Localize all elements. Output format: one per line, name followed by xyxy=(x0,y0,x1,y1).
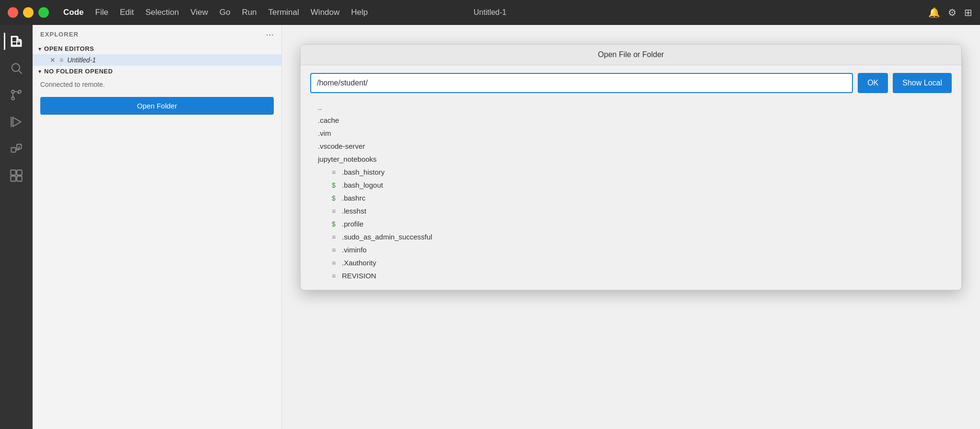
sidebar-more-button[interactable]: ··· xyxy=(266,29,274,40)
menu-window[interactable]: Window xyxy=(306,6,344,19)
svg-rect-13 xyxy=(11,170,15,175)
file-text-icon: ≡ xyxy=(329,259,338,267)
list-item[interactable]: .. xyxy=(310,101,952,114)
svg-rect-0 xyxy=(12,37,17,46)
activity-extensions[interactable] xyxy=(4,163,29,188)
activity-run[interactable] xyxy=(4,109,29,134)
close-button[interactable] xyxy=(8,7,18,18)
shell-icon: $ xyxy=(329,194,338,202)
svg-rect-9 xyxy=(12,148,16,152)
svg-marker-7 xyxy=(13,118,21,127)
list-item[interactable]: ≡ .sudo_as_admin_successful xyxy=(310,230,952,243)
activity-remote[interactable] xyxy=(4,136,29,161)
svg-rect-15 xyxy=(11,176,15,181)
ok-button[interactable]: OK xyxy=(858,73,888,93)
file-path-input[interactable] xyxy=(310,73,853,93)
list-item[interactable]: jupyter_notebooks xyxy=(310,153,952,166)
menu-edit[interactable]: Edit xyxy=(115,6,139,19)
svg-line-3 xyxy=(19,71,22,73)
list-item[interactable]: ≡ .bash_history xyxy=(310,166,952,179)
editor-area: Open File or Folder OK Show Local .. .ca… xyxy=(282,25,980,429)
no-folder-label: NO FOLDER OPENED xyxy=(44,68,113,75)
layout-icon[interactable]: ⊞ xyxy=(964,7,972,18)
svg-rect-16 xyxy=(17,176,22,181)
activity-search[interactable] xyxy=(4,56,29,81)
open-editor-item[interactable]: ✕ ≡ Untitled-1 xyxy=(33,54,281,66)
activity-source-control[interactable] xyxy=(4,83,29,107)
file-text-icon: ≡ xyxy=(329,272,338,280)
minimize-button[interactable] xyxy=(23,7,34,18)
menu-terminal[interactable]: Terminal xyxy=(264,6,304,19)
open-editors-chevron: ▾ xyxy=(38,46,41,52)
dialog-title: Open File or Folder xyxy=(301,45,961,65)
list-item[interactable]: $ .bash_logout xyxy=(310,179,952,191)
main-layout: EXPLORER ··· ▾ OPEN EDITORS ✕ ≡ Untitled… xyxy=(0,25,980,429)
bell-icon[interactable]: 🔔 xyxy=(928,7,940,18)
shell-icon: $ xyxy=(329,220,338,228)
menu-view[interactable]: View xyxy=(186,6,213,19)
list-item[interactable]: ≡ .lesshst xyxy=(310,204,952,217)
open-file-name: Untitled-1 xyxy=(67,56,96,64)
activity-explorer[interactable] xyxy=(4,29,29,54)
shell-icon: $ xyxy=(329,181,338,189)
dialog-overlay: Open File or Folder OK Show Local .. .ca… xyxy=(282,25,980,429)
menu-run[interactable]: Run xyxy=(237,6,261,19)
list-item[interactable]: ≡ .Xauthority xyxy=(310,256,952,269)
svg-point-2 xyxy=(12,64,20,72)
show-local-button[interactable]: Show Local xyxy=(893,73,952,93)
menu-file[interactable]: File xyxy=(91,6,113,19)
menu-code[interactable]: Code xyxy=(58,6,89,19)
window-title: Untitled-1 xyxy=(474,8,506,17)
traffic-lights xyxy=(8,7,49,18)
no-folder-header[interactable]: ▾ NO FOLDER OPENED xyxy=(33,66,281,77)
maximize-button[interactable] xyxy=(38,7,49,18)
open-editors-label: OPEN EDITORS xyxy=(44,45,94,52)
open-file-dialog: Open File or Folder OK Show Local .. .ca… xyxy=(300,44,962,290)
file-text-icon: ≡ xyxy=(329,246,338,254)
list-item[interactable]: $ .profile xyxy=(310,217,952,230)
sidebar: EXPLORER ··· ▾ OPEN EDITORS ✕ ≡ Untitled… xyxy=(33,25,282,429)
sidebar-title: EXPLORER xyxy=(40,31,79,38)
sidebar-header: EXPLORER ··· xyxy=(33,25,281,43)
menu-help[interactable]: Help xyxy=(346,6,373,19)
open-editors-header[interactable]: ▾ OPEN EDITORS xyxy=(33,43,281,54)
connected-text: Connected to remote. xyxy=(33,77,281,92)
svg-point-6 xyxy=(12,97,14,100)
file-type-icon: ≡ xyxy=(59,56,63,64)
file-list: .. .cache .vim .vscode-server jupyter_no xyxy=(310,101,952,282)
close-file-icon[interactable]: ✕ xyxy=(50,56,56,64)
open-folder-button[interactable]: Open Folder xyxy=(40,97,274,115)
svg-point-4 xyxy=(12,90,14,93)
dialog-input-row: OK Show Local xyxy=(310,73,952,93)
list-item[interactable]: ≡ REVISION xyxy=(310,269,952,282)
file-text-icon: ≡ xyxy=(329,207,338,215)
no-folder-chevron: ▾ xyxy=(38,68,41,75)
title-bar-icons: 🔔 ⚙ ⊞ xyxy=(928,7,972,18)
dialog-body: OK Show Local .. .cache .vim xyxy=(301,65,961,290)
svg-rect-14 xyxy=(17,170,22,175)
list-item[interactable]: ≡ .viminfo xyxy=(310,243,952,256)
list-item[interactable]: .cache xyxy=(310,114,952,127)
menu-selection[interactable]: Selection xyxy=(140,6,184,19)
list-item[interactable]: .vim xyxy=(310,127,952,140)
svg-point-5 xyxy=(18,90,21,93)
list-item[interactable]: .vscode-server xyxy=(310,140,952,153)
activity-bar xyxy=(0,25,33,429)
file-text-icon: ≡ xyxy=(329,168,338,176)
list-item[interactable]: $ .bashrc xyxy=(310,191,952,204)
file-text-icon: ≡ xyxy=(329,233,338,241)
menu-go[interactable]: Go xyxy=(215,6,235,19)
title-bar: Code File Edit Selection View Go Run Ter… xyxy=(0,0,980,25)
account-icon[interactable]: ⚙ xyxy=(948,7,957,18)
